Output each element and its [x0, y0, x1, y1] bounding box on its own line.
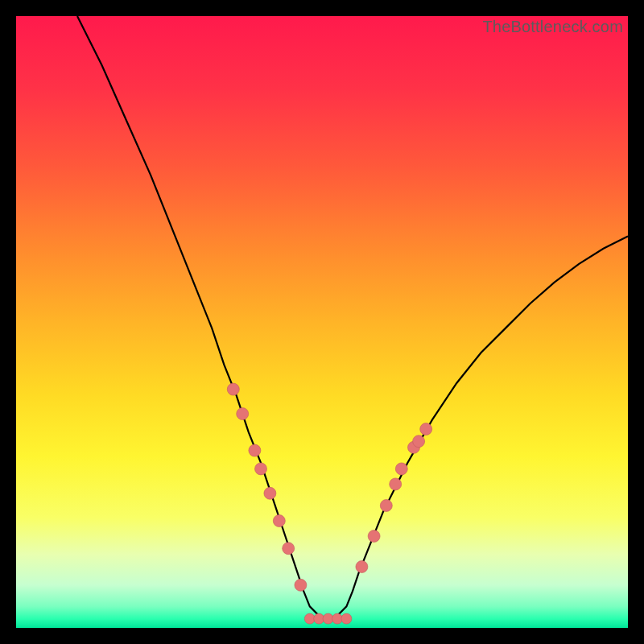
chart-svg	[16, 16, 628, 628]
data-marker	[237, 408, 249, 420]
data-marker	[341, 613, 352, 624]
data-marker	[273, 515, 285, 527]
data-marker	[304, 613, 315, 624]
data-marker	[413, 436, 425, 448]
data-marker	[390, 478, 402, 490]
data-marker	[249, 444, 261, 456]
data-marker	[395, 463, 407, 475]
data-marker	[283, 543, 295, 555]
data-marker	[314, 613, 324, 624]
data-marker	[255, 463, 267, 475]
data-marker	[264, 487, 276, 499]
gradient-background	[16, 16, 628, 628]
data-marker	[332, 613, 343, 624]
data-marker	[420, 423, 432, 436]
watermark-text: TheBottleneck.com	[482, 18, 623, 36]
chart-frame: TheBottleneck.com	[16, 16, 628, 628]
data-marker	[356, 561, 368, 573]
data-marker	[323, 613, 333, 624]
data-marker	[295, 579, 307, 591]
data-marker	[380, 500, 392, 512]
data-marker	[368, 530, 380, 543]
data-marker	[227, 383, 239, 395]
